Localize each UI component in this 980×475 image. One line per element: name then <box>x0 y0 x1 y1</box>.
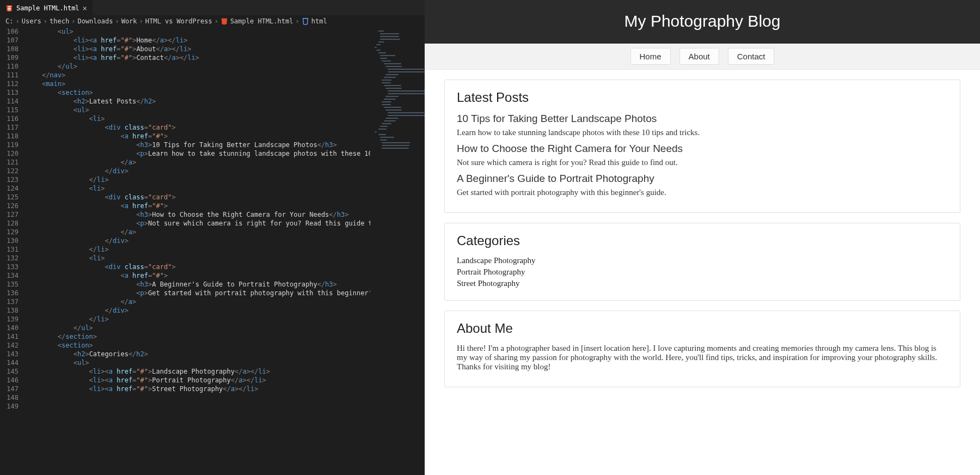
latest-posts-heading: Latest Posts <box>457 90 948 105</box>
about-heading: About Me <box>457 321 948 336</box>
breadcrumb-item[interactable]: HTML vs WordPress <box>145 17 212 25</box>
preview-pane: My Photography Blog Home About Contact L… <box>425 0 980 475</box>
chevron-right-icon: › <box>139 17 143 25</box>
categories-heading: Categories <box>457 233 948 248</box>
close-icon[interactable]: × <box>83 4 87 12</box>
latest-posts-card: Latest Posts 10 Tips for Taking Better L… <box>444 80 960 213</box>
post-title[interactable]: How to Choose the Right Camera for Your … <box>457 143 948 155</box>
breadcrumb-item[interactable]: Downloads <box>77 17 113 25</box>
category-link[interactable]: Portrait Photography <box>457 267 948 277</box>
breadcrumb-symbol[interactable]: html <box>311 17 327 25</box>
breadcrumb-item[interactable]: thech <box>50 17 69 25</box>
breadcrumb-item[interactable]: Work <box>121 17 137 25</box>
editor-tab-bar: Sample HTML.html × <box>0 0 425 15</box>
post-excerpt: Learn how to take stunning landscape pho… <box>457 128 948 137</box>
chevron-right-icon: › <box>295 17 299 25</box>
about-text: Hi there! I'm a photographer based in [i… <box>457 344 948 372</box>
preview-main: Latest Posts 10 Tips for Taking Better L… <box>425 70 980 407</box>
page-title: My Photography Blog <box>425 12 980 31</box>
nav-home-link[interactable]: Home <box>630 48 671 65</box>
post-excerpt: Get started with portrait photography wi… <box>457 188 948 197</box>
chevron-right-icon: › <box>15 17 19 25</box>
category-link[interactable]: Landscape Photography <box>457 256 948 265</box>
svg-marker-2 <box>222 19 228 25</box>
breadcrumb-file[interactable]: Sample HTML.html <box>230 17 293 25</box>
breadcrumb-item[interactable]: Users <box>22 17 41 25</box>
preview-header: My Photography Blog <box>425 0 980 44</box>
breadcrumb[interactable]: C:› Users› thech› Downloads› Work› HTML … <box>0 15 425 27</box>
breadcrumb-item[interactable]: C: <box>5 17 13 25</box>
editor-tab-filename: Sample HTML.html <box>16 4 79 12</box>
category-link[interactable]: Street Photography <box>457 279 948 288</box>
symbol-icon <box>302 17 309 25</box>
preview-navbar: Home About Contact <box>425 44 980 70</box>
nav-contact-link[interactable]: Contact <box>728 48 775 65</box>
categories-card: Categories Landscape Photography Portrai… <box>444 223 960 301</box>
editor-pane: Sample HTML.html × C:› Users› thech› Dow… <box>0 0 425 475</box>
about-me-card: About Me Hi there! I'm a photographer ba… <box>444 310 960 387</box>
chevron-right-icon: › <box>71 17 75 25</box>
post-title[interactable]: 10 Tips for Taking Better Landscape Phot… <box>457 113 948 125</box>
chevron-right-icon: › <box>215 17 218 25</box>
code-editor[interactable]: 1061071081091101111121131141151161171181… <box>0 27 425 475</box>
post-excerpt: Not sure which camera is right for you? … <box>457 158 948 167</box>
line-number-gutter: 1061071081091101111121131141151161171181… <box>0 27 26 475</box>
html-file-icon <box>5 4 13 12</box>
post-title[interactable]: A Beginner's Guide to Portrait Photograp… <box>457 173 948 185</box>
chevron-right-icon: › <box>44 17 47 25</box>
editor-tab[interactable]: Sample HTML.html × <box>0 0 93 15</box>
minimap[interactable] <box>370 27 425 475</box>
chevron-right-icon: › <box>115 17 119 25</box>
code-content[interactable]: <ul> <li><a href="#">Home</a></li> <li><… <box>26 27 425 475</box>
html-file-icon <box>220 17 228 25</box>
nav-about-link[interactable]: About <box>679 48 719 65</box>
